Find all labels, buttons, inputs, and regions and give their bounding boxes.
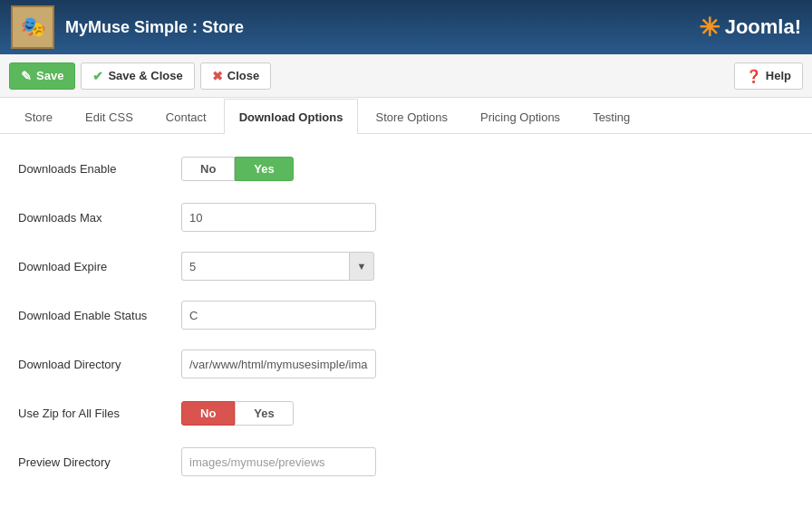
app-logo: 🎭 — [11, 5, 54, 49]
download-directory-row: Download Directory — [18, 348, 794, 380]
close-button[interactable]: ✖ Close — [200, 62, 271, 90]
header-left: 🎭 MyMuse Simple : Store — [11, 5, 244, 49]
logo-icon: 🎭 — [21, 15, 45, 39]
download-expire-arrow[interactable]: ▼ — [349, 252, 374, 281]
help-button[interactable]: ❓ Help — [734, 62, 803, 90]
downloads-enable-toggle: No Yes — [181, 157, 294, 181]
save-label: Save — [36, 69, 63, 82]
download-enable-status-row: Download Enable Status — [18, 299, 794, 331]
close-label: Close — [227, 69, 259, 82]
download-directory-input[interactable] — [181, 349, 376, 378]
download-expire-row: Download Expire ▼ — [18, 250, 794, 282]
download-enable-status-label: Download Enable Status — [18, 309, 181, 322]
tab-contact[interactable]: Contact — [150, 99, 222, 134]
downloads-enable-no-btn[interactable]: No — [181, 157, 235, 181]
download-expire-label: Download Expire — [18, 260, 181, 273]
help-icon: ❓ — [746, 69, 761, 83]
use-zip-no-btn[interactable]: No — [181, 401, 235, 426]
preview-directory-input[interactable] — [181, 447, 376, 476]
tab-store-options[interactable]: Store Options — [360, 99, 463, 134]
downloads-enable-yes-btn[interactable]: Yes — [235, 157, 293, 181]
downloads-max-input[interactable] — [181, 203, 376, 232]
app-title: MyMuse Simple : Store — [65, 18, 244, 37]
tab-edit-css[interactable]: Edit CSS — [70, 99, 149, 134]
downloads-enable-label: Downloads Enable — [18, 162, 181, 176]
joomla-star-icon: ✳ — [699, 13, 720, 43]
downloads-enable-row: Downloads Enable No Yes — [18, 152, 794, 185]
tab-download-options[interactable]: Download Options — [224, 99, 359, 134]
use-zip-yes-btn[interactable]: Yes — [235, 401, 293, 426]
save-close-button[interactable]: ✔ Save & Close — [81, 62, 194, 90]
tab-store[interactable]: Store — [9, 99, 68, 134]
x-icon: ✖ — [212, 69, 223, 83]
preview-directory-row: Preview Directory — [18, 445, 794, 478]
header: 🎭 MyMuse Simple : Store ✳ Joomla! — [0, 0, 812, 54]
toolbar: ✎ Save ✔ Save & Close ✖ Close ❓ Help — [0, 54, 812, 98]
tab-testing[interactable]: Testing — [577, 99, 645, 134]
use-zip-toggle: No Yes — [181, 401, 294, 426]
use-zip-row: Use Zip for All Files No Yes — [18, 397, 794, 429]
download-expire-select-wrapper: ▼ — [181, 252, 374, 281]
save-icon: ✎ — [21, 69, 32, 83]
preview-directory-label: Preview Directory — [18, 455, 181, 469]
tab-pricing-options[interactable]: Pricing Options — [465, 99, 575, 134]
download-directory-label: Download Directory — [18, 358, 181, 371]
download-expire-input[interactable] — [181, 252, 349, 281]
help-label: Help — [766, 69, 791, 82]
check-icon: ✔ — [92, 69, 103, 83]
content-area: Downloads Enable No Yes Downloads Max Do… — [0, 134, 812, 517]
save-button[interactable]: ✎ Save — [9, 62, 75, 90]
downloads-max-label: Downloads Max — [18, 211, 181, 225]
tabs-bar: Store Edit CSS Contact Download Options … — [0, 98, 812, 134]
joomla-label: Joomla! — [725, 15, 801, 39]
downloads-max-row: Downloads Max — [18, 201, 794, 234]
joomla-logo: ✳ Joomla! — [699, 13, 801, 43]
save-close-label: Save & Close — [108, 69, 182, 82]
download-enable-status-input[interactable] — [181, 301, 376, 330]
use-zip-label: Use Zip for All Files — [18, 407, 181, 420]
